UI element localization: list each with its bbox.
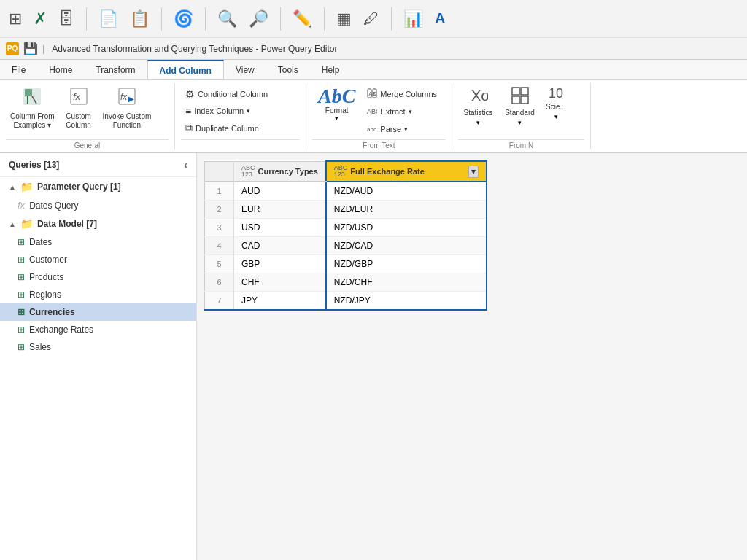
full-exchange-rate-header[interactable]: ABC123 Full Exchange Rate ▾	[326, 161, 487, 182]
sidebar-group-data-model[interactable]: ▲ 📁 Data Model [7]	[0, 214, 196, 233]
parse-button[interactable]: abc Parse ▾	[363, 121, 441, 137]
barchart-icon[interactable]: 📊	[400, 7, 426, 31]
tab-add-column[interactable]: Add Column	[147, 60, 224, 79]
scientific-button[interactable]: 10 Scie... ▾	[541, 83, 570, 123]
duplicate-column-button[interactable]: ⧉ Duplicate Column	[181, 120, 263, 136]
standard-dropdown: ▾	[518, 119, 522, 126]
magnify-icon[interactable]: 🔎	[246, 7, 271, 31]
sidebar-item-dates[interactable]: ⊞ Dates	[0, 233, 196, 251]
tab-help[interactable]: Help	[310, 60, 352, 79]
parameter-query-label: Parameter Query [1]	[37, 182, 121, 192]
row-num-4: 4	[205, 237, 234, 255]
currencies-label: Currencies	[29, 307, 75, 317]
format-button[interactable]: AbC Format ▾	[312, 83, 361, 125]
currency-cell-3: USD	[234, 219, 326, 237]
exchange-rate-col-icon: ABC123	[334, 165, 348, 178]
products-label: Products	[29, 272, 63, 282]
invoke-icon: fx ▶	[117, 86, 137, 111]
svg-text:ABC: ABC	[367, 108, 377, 115]
table-icon[interactable]: ⊞	[6, 7, 25, 31]
pencil-icon[interactable]: ✏️	[290, 7, 315, 31]
custom-col-label: CustomColumn	[66, 112, 90, 130]
spiral-icon[interactable]: 🌀	[171, 7, 196, 31]
conditional-column-button[interactable]: ⚙ Conditional Column	[181, 86, 272, 102]
extract-button[interactable]: ABC Extract ▾	[363, 104, 441, 120]
table-icon-products: ⊞	[18, 272, 25, 282]
rate-cell-5: NZD/GBP	[326, 255, 487, 273]
scientific-icon: 10	[549, 86, 563, 101]
regions-label: Regions	[29, 289, 61, 300]
svg-text:abc: abc	[367, 126, 376, 133]
tab-tools[interactable]: Tools	[266, 60, 310, 79]
separator	[86, 7, 87, 31]
sidebar-item-exchange-rates[interactable]: ⊞ Exchange Rates	[0, 321, 196, 338]
extract-icon: ABC	[367, 106, 377, 117]
excel-icon[interactable]: ✗	[31, 7, 50, 31]
chevron-down-icon: ▲	[9, 183, 16, 191]
rate-cell-7: NZD/JPY	[326, 292, 487, 311]
index-dropdown-icon: ▾	[247, 107, 250, 114]
tab-file[interactable]: File	[0, 60, 37, 79]
sidebar-group-parameter-query[interactable]: ▲ 📁 Parameter Query [1]	[0, 177, 196, 196]
table-row: 6 CHF NZD/CHF	[205, 273, 487, 292]
merge-columns-button[interactable]: AB C Merge Columns	[363, 86, 441, 102]
exchange-rates-label: Exchange Rates	[29, 324, 93, 335]
rate-cell-2: NZD/EUR	[326, 201, 487, 219]
top-icon-bar: ⊞ ✗ 🗄 📄 📋 🌀 🔍 🔎 ✏️ ▦ 🖊 📊 A	[0, 0, 747, 38]
db-icon[interactable]: 🗄	[55, 7, 77, 31]
col-dropdown-icon[interactable]: ▾	[468, 166, 479, 178]
standard-button[interactable]: Standard ▾	[500, 83, 540, 129]
currency-types-header[interactable]: ABC123 Currency Types	[234, 161, 326, 182]
extract-dropdown: ▾	[409, 108, 412, 115]
index-column-button[interactable]: ≡ Index Column ▾	[181, 103, 255, 119]
sidebar-item-regions[interactable]: ⊞ Regions	[0, 286, 196, 303]
table-icon-sales: ⊞	[18, 342, 25, 352]
sidebar-item-products[interactable]: ⊞ Products	[0, 268, 196, 286]
save-icon[interactable]: 💾	[23, 42, 38, 55]
sidebar-item-sales[interactable]: ⊞ Sales	[0, 338, 196, 356]
row-num-2: 2	[205, 201, 234, 219]
from-text-content: AbC Format ▾ AB C Merge Columns	[312, 83, 441, 139]
extract-label: Extract	[380, 107, 405, 116]
table-row: 4 CAD NZD/CAD	[205, 237, 487, 255]
sidebar-collapse-button[interactable]: ‹	[184, 159, 187, 171]
tab-transform[interactable]: Transform	[84, 60, 147, 79]
currency-cell-2: EUR	[234, 201, 326, 219]
separator4	[280, 7, 281, 31]
rate-cell-4: NZD/CAD	[326, 237, 487, 255]
doc-icon[interactable]: 📄	[96, 7, 121, 31]
scientific-label: Scie...	[546, 103, 566, 112]
table-icon-dates: ⊞	[18, 237, 25, 247]
sidebar: Queries [13] ‹ ▲ 📁 Parameter Query [1] f…	[0, 153, 197, 560]
column-from-examples-button[interactable]: Column FromExamples ▾	[6, 83, 59, 133]
invoke-label: Invoke CustomFunction	[103, 112, 152, 130]
from-text-group-label: From Text	[312, 139, 446, 149]
table2-icon[interactable]: ▦	[333, 7, 355, 31]
sidebar-item-currencies[interactable]: ⊞ Currencies	[0, 303, 196, 321]
statistics-button[interactable]: Xσ Statistics ▾	[458, 83, 498, 129]
ribbon: Column FromExamples ▾ fx CustomColumn fx	[0, 80, 747, 153]
search-icon[interactable]: 🔍	[214, 7, 240, 31]
scientific-dropdown: ▾	[554, 113, 558, 120]
custom-column-button[interactable]: fx CustomColumn	[61, 83, 97, 133]
ribbon-tabs: File Home Transform Add Column View Tool…	[0, 60, 747, 80]
doc2-icon[interactable]: 📋	[127, 7, 152, 31]
general-group-label: General	[6, 139, 169, 149]
sidebar-item-customer[interactable]: ⊞ Customer	[0, 251, 196, 268]
format-icon: AbC	[318, 86, 355, 106]
tab-home[interactable]: Home	[37, 60, 84, 79]
currency-cell-7: JPY	[234, 292, 326, 311]
edit-icon[interactable]: 🖊	[360, 7, 382, 31]
addcol-group-content: ⚙ Conditional Column ≡ Index Column ▾ ⧉ …	[181, 83, 272, 139]
svg-rect-16	[512, 88, 519, 95]
invoke-custom-function-button[interactable]: fx ▶ Invoke CustomFunction	[98, 83, 156, 133]
tab-view[interactable]: View	[224, 60, 266, 79]
sales-label: Sales	[29, 342, 51, 352]
duplicate-column-label: Duplicate Column	[196, 124, 259, 133]
ribbon-group-general: Column FromExamples ▾ fx CustomColumn fx	[0, 83, 175, 149]
general-group-content: Column FromExamples ▾ fx CustomColumn fx	[6, 83, 155, 139]
sidebar-item-dates-query[interactable]: fx Dates Query	[0, 196, 196, 214]
statistics-icon: Xσ	[469, 86, 488, 107]
letter-a-icon[interactable]: A	[432, 7, 448, 30]
col-examples-label: Column FromExamples ▾	[10, 112, 55, 130]
